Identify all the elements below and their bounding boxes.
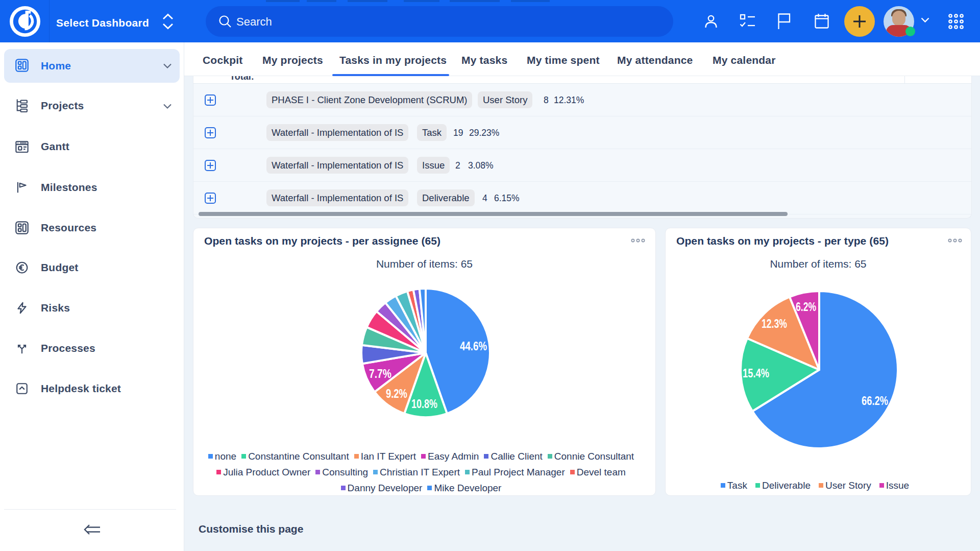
svg-text:7.7%: 7.7%	[369, 367, 391, 380]
svg-text:9.2%: 9.2%	[386, 387, 407, 400]
svg-text:15.4%: 15.4%	[743, 367, 769, 380]
svg-text:6.2%: 6.2%	[796, 300, 816, 314]
svg-text:12.3%: 12.3%	[762, 317, 787, 330]
svg-text:66.2%: 66.2%	[862, 394, 888, 408]
svg-text:44.6%: 44.6%	[460, 340, 487, 353]
svg-text:10.8%: 10.8%	[411, 397, 437, 411]
